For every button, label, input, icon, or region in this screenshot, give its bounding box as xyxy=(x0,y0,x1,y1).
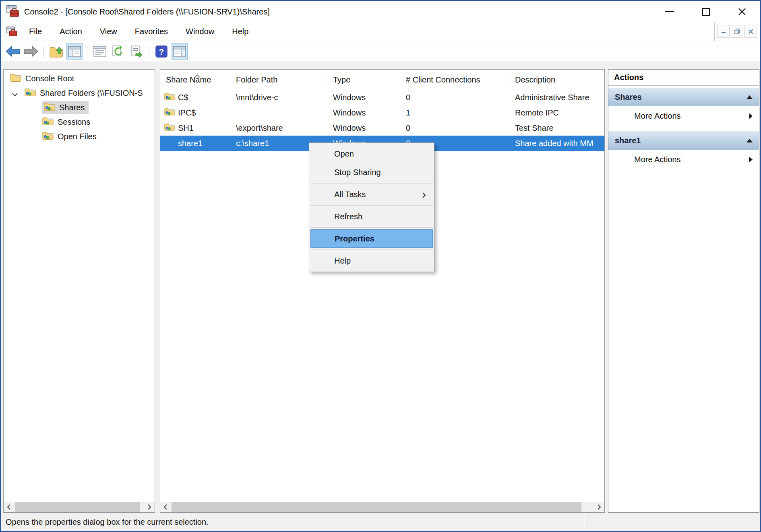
refresh-button[interactable] xyxy=(110,43,126,60)
window-title: Console2 - [Console Root\Shared Folders … xyxy=(24,1,270,23)
context-menu-open[interactable]: Open xyxy=(309,144,434,163)
column-header-folder-path[interactable]: Folder Path xyxy=(230,70,327,87)
cell-connections: 0 xyxy=(400,90,509,105)
forward-button[interactable] xyxy=(23,43,39,60)
actions-group-label: Shares xyxy=(615,93,642,102)
submenu-right-icon xyxy=(749,157,753,163)
context-menu-help[interactable]: Help xyxy=(309,252,434,270)
more-actions-shares[interactable]: More Actions xyxy=(608,106,759,126)
more-actions-share1[interactable]: More Actions xyxy=(608,150,759,169)
back-button[interactable] xyxy=(5,43,21,60)
list-header: Share Name Folder Path Type # Client Con… xyxy=(160,70,604,87)
cell-type: Windows xyxy=(327,105,400,120)
column-header-description[interactable]: Description xyxy=(509,70,604,87)
context-menu: Open Stop Sharing All Tasks Refresh Prop… xyxy=(309,142,434,272)
mdi-separator xyxy=(714,23,715,41)
cell-share-name: share1 xyxy=(178,139,203,148)
menu-item-label: All Tasks xyxy=(334,190,366,199)
maximize-icon xyxy=(702,8,710,16)
menu-help[interactable]: Help xyxy=(223,23,257,41)
cell-folder-path xyxy=(230,105,327,120)
column-label: Share Name xyxy=(166,75,211,85)
folder-icon xyxy=(10,73,21,85)
scroll-right-button[interactable] xyxy=(144,502,155,512)
cell-type: Windows xyxy=(327,90,400,105)
mmc-window: Console2 - [Console Root\Shared Folders … xyxy=(0,0,761,532)
chevron-down-icon[interactable] xyxy=(12,90,18,99)
cell-folder-path: \mnt\drive-c xyxy=(230,90,327,105)
action-pane-toggle-button[interactable] xyxy=(172,43,188,60)
menu-action[interactable]: Action xyxy=(51,23,91,41)
tree-item-sessions[interactable]: Sessions xyxy=(4,115,155,129)
mdi-restore-button[interactable] xyxy=(731,25,743,38)
console-tree: Console Root Shared Folders (\\FUSION-S xyxy=(4,70,155,144)
tree-item-shared-folders[interactable]: Shared Folders (\\FUSION-S xyxy=(4,86,155,100)
scrollbar-thumb[interactable] xyxy=(15,502,140,512)
close-button[interactable] xyxy=(724,1,760,23)
menu-view[interactable]: View xyxy=(91,23,126,41)
menu-favorites[interactable]: Favorites xyxy=(126,23,177,41)
minimize-button[interactable] xyxy=(651,1,688,23)
actions-group-shares[interactable]: Shares xyxy=(608,88,759,106)
list-rows: C$ \mnt\drive-c Windows 0 Administrative… xyxy=(160,87,604,151)
shared-folder-icon xyxy=(164,92,175,103)
tree-item-label: Shared Folders (\\FUSION-S xyxy=(40,89,143,98)
shared-folder-icon-selected xyxy=(164,139,175,148)
menu-window[interactable]: Window xyxy=(177,23,223,41)
tree-item-shares[interactable]: Shares xyxy=(4,100,155,115)
scrollbar-thumb[interactable] xyxy=(172,502,581,512)
column-label: Description xyxy=(515,75,555,85)
table-row-sh1[interactable]: SH1 \export\share Windows 0 Test Share xyxy=(160,120,604,136)
scroll-right-button[interactable] xyxy=(594,502,604,512)
cell-connections: 0 xyxy=(400,120,509,136)
refresh-icon xyxy=(112,45,124,58)
svg-text:?: ? xyxy=(159,47,164,56)
scroll-right-icon xyxy=(147,504,151,510)
list-horizontal-scrollbar[interactable] xyxy=(160,502,604,512)
export-list-window-button[interactable] xyxy=(92,43,108,60)
more-actions-label: More Actions xyxy=(634,155,681,164)
help-button[interactable]: ? xyxy=(153,43,170,60)
scroll-left-icon xyxy=(7,504,11,510)
actions-group-share1[interactable]: share1 xyxy=(608,131,759,150)
cell-description: Test Share xyxy=(509,120,604,136)
column-label: Type xyxy=(333,75,350,85)
column-header-share-name[interactable]: Share Name xyxy=(160,70,230,87)
maximize-button[interactable] xyxy=(688,1,724,23)
cell-connections: 1 xyxy=(400,105,509,120)
column-header-type[interactable]: Type xyxy=(327,70,400,87)
menu-file[interactable]: File xyxy=(20,23,51,41)
context-menu-stop-sharing[interactable]: Stop Sharing xyxy=(309,163,434,181)
scroll-left-button[interactable] xyxy=(160,502,171,512)
submenu-right-icon xyxy=(749,113,753,119)
console-tree-toggle-icon xyxy=(68,46,81,57)
context-menu-properties[interactable]: Properties xyxy=(310,229,433,248)
table-row-cs[interactable]: C$ \mnt\drive-c Windows 0 Administrative… xyxy=(160,90,604,105)
context-menu-all-tasks[interactable]: All Tasks xyxy=(309,185,434,204)
tree-item-open-files[interactable]: Open Files xyxy=(4,129,155,144)
collapse-up-icon[interactable] xyxy=(747,139,753,142)
export-list-button[interactable] xyxy=(128,43,144,60)
status-bar-divider xyxy=(691,515,691,530)
shared-folder-icon xyxy=(164,107,175,118)
cell-type: Windows xyxy=(327,120,400,136)
up-one-level-icon xyxy=(50,45,63,58)
scroll-right-icon xyxy=(597,504,601,510)
mdi-minimize-button[interactable] xyxy=(717,25,730,38)
column-header-client-connections[interactable]: # Client Connections xyxy=(400,70,509,87)
shared-folder-icon xyxy=(164,123,175,133)
menu-separator xyxy=(310,250,433,250)
mdi-close-icon xyxy=(748,29,753,34)
up-one-level-button[interactable] xyxy=(48,43,64,60)
mdi-close-button[interactable] xyxy=(744,25,757,38)
menu-separator xyxy=(310,205,433,206)
tree-horizontal-scrollbar[interactable] xyxy=(4,502,155,512)
action-pane-toggle-icon xyxy=(173,46,186,57)
scroll-left-button[interactable] xyxy=(4,502,14,512)
collapse-up-icon[interactable] xyxy=(747,95,753,99)
console-tree-toggle-button[interactable] xyxy=(66,43,83,60)
context-menu-refresh[interactable]: Refresh xyxy=(309,207,434,226)
menu-items: File Action View Favorites Window Help xyxy=(20,23,257,41)
tree-item-console-root[interactable]: Console Root xyxy=(4,71,155,86)
table-row-ipcs[interactable]: IPC$ Windows 1 Remote IPC xyxy=(160,105,604,120)
